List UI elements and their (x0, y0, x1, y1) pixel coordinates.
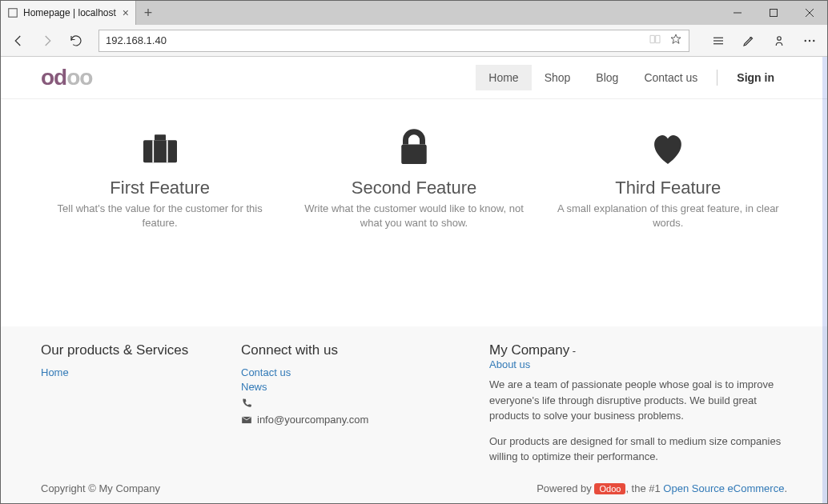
footer-col-company: My Company - About us We are a team of p… (489, 342, 787, 465)
hub-button[interactable] (705, 28, 731, 54)
footer-phone (241, 398, 465, 409)
svg-point-11 (813, 39, 814, 41)
footer-email: info@yourcompany.com (241, 414, 465, 426)
heart-icon (557, 123, 779, 171)
feature-3-title: Third Feature (557, 178, 779, 198)
feature-1-title: First Feature (49, 178, 271, 198)
nav-signin[interactable]: Sign in (724, 65, 787, 90)
powered-link[interactable]: Open Source eCommerce (663, 482, 784, 494)
svg-rect-17 (401, 145, 427, 165)
svg-rect-13 (155, 134, 166, 140)
footer-company-desc2: Our products are designed for small to m… (489, 434, 787, 465)
svg-point-8 (778, 36, 782, 40)
tab-title: Homepage | localhost (23, 7, 116, 18)
back-button[interactable] (6, 28, 31, 54)
more-button[interactable] (797, 28, 822, 54)
footer-products-title: Our products & Services (41, 342, 217, 358)
nav-shop[interactable]: Shop (532, 65, 584, 90)
footer-about-sep: - (573, 345, 576, 357)
footer-col-connect: Connect with us Contact us News info@you… (241, 342, 465, 465)
feature-3: Third Feature A small explanation of thi… (541, 123, 795, 230)
refresh-button[interactable] (63, 28, 89, 54)
new-tab-button[interactable]: + (136, 1, 160, 25)
svg-rect-0 (9, 9, 18, 18)
footer-copyright: Copyright © My Company (41, 482, 160, 494)
svg-rect-2 (770, 10, 777, 17)
minimize-button[interactable] (719, 1, 755, 25)
feature-1-desc: Tell what's the value for the customer f… (49, 202, 271, 230)
footer-link-contact[interactable]: Contact us (241, 366, 465, 378)
footer-col-products: Our products & Services Home (41, 342, 217, 465)
address-input[interactable] (106, 34, 649, 46)
svg-point-9 (805, 39, 806, 41)
features-row: First Feature Tell what's the value for … (1, 99, 827, 278)
notes-button[interactable] (736, 28, 762, 54)
powered-suffix: . (784, 482, 787, 494)
browser-tab[interactable]: Homepage | localhost × (1, 1, 136, 25)
odoo-logo[interactable]: odoo (41, 65, 92, 90)
tab-close-icon[interactable]: × (123, 6, 129, 19)
footer-powered: Powered by Odoo, the #1 Open Source eCom… (537, 482, 787, 494)
envelope-icon (241, 414, 252, 426)
feature-3-desc: A small explanation of this great featur… (557, 202, 779, 230)
browser-titlebar: Homepage | localhost × + (1, 1, 827, 25)
powered-mid: , the #1 (625, 482, 663, 494)
svg-point-10 (809, 39, 810, 41)
nav-items: Home Shop Blog Contact us Sign in (476, 65, 787, 90)
reading-view-icon[interactable] (649, 33, 661, 48)
browser-toolbar (1, 25, 827, 57)
page-icon (7, 7, 18, 18)
vertical-scrollbar[interactable] (822, 57, 827, 503)
feature-1: First Feature Tell what's the value for … (33, 123, 287, 230)
share-button[interactable] (766, 28, 792, 54)
feature-2-title: Second Feature (303, 178, 525, 198)
forward-button[interactable] (34, 28, 60, 54)
window-controls (719, 1, 827, 25)
footer-connect-title: Connect with us (241, 342, 465, 358)
lock-icon (303, 123, 525, 171)
site-footer: Our products & Services Home Connect wit… (1, 326, 827, 503)
powered-prefix: Powered by (537, 482, 594, 494)
nav-contact[interactable]: Contact us (631, 65, 710, 90)
address-bar[interactable] (98, 30, 689, 52)
footer-company-desc1: We are a team of passionate people whose… (489, 377, 787, 424)
footer-email-text: info@yourcompany.com (257, 414, 368, 426)
maximize-button[interactable] (755, 1, 791, 25)
page-viewport: odoo Home Shop Blog Contact us Sign in F… (1, 57, 827, 503)
phone-icon (241, 398, 252, 409)
nav-blog[interactable]: Blog (583, 65, 631, 90)
nav-home[interactable]: Home (476, 65, 531, 90)
footer-link-news[interactable]: News (241, 381, 465, 393)
feature-2-desc: Write what the customer would like to kn… (303, 202, 525, 230)
footer-company-title: My Company (489, 342, 569, 358)
odoo-badge[interactable]: Odoo (594, 483, 625, 494)
footer-about-link[interactable]: About us (489, 358, 787, 370)
nav-divider (717, 70, 717, 86)
favorite-icon[interactable] (669, 33, 682, 48)
briefcase-icon (49, 123, 271, 171)
close-window-button[interactable] (791, 1, 827, 25)
site-header: odoo Home Shop Blog Contact us Sign in (1, 57, 827, 99)
feature-2: Second Feature Write what the customer w… (287, 123, 541, 230)
footer-link-home[interactable]: Home (41, 366, 217, 378)
